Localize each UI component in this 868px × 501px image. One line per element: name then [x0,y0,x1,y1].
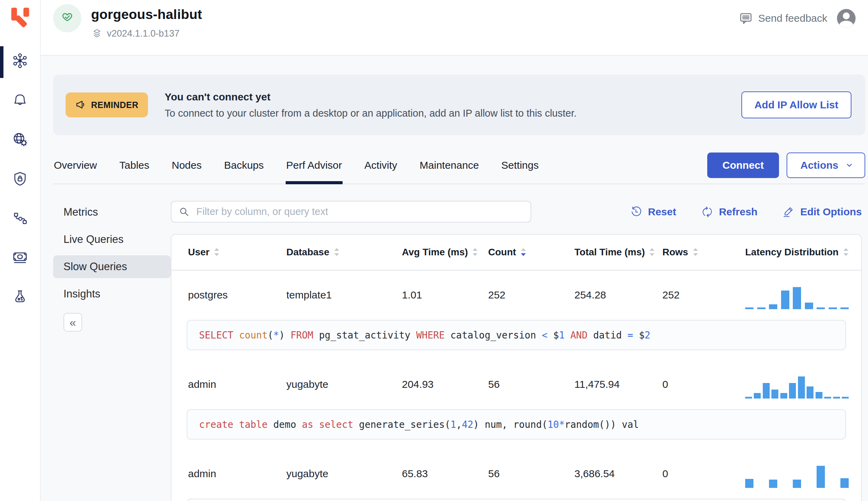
refresh-button[interactable]: Refresh [701,206,758,218]
sort-icon [842,247,850,257]
cell-avg-time: 204.93 [402,379,488,390]
sort-icon [333,247,341,257]
perf-advisor-subnav: Metrics Live Queries Slow Queries Insigh… [41,201,171,501]
nav-security-icon[interactable] [12,170,28,187]
chevron-down-icon [845,160,854,170]
nav-clusters-icon[interactable] [12,52,28,69]
send-feedback-label: Send feedback [758,12,827,24]
reminder-badge-label: REMINDER [91,100,138,110]
sort-icon [692,247,699,257]
table-row[interactable]: admin yugabyte 204.93 56 11,475.94 0 [171,360,861,409]
query-row: SELECT count(*) FROM pg_stat_activity WH… [171,319,861,360]
reset-history-icon [630,206,642,218]
latency-histogram [745,286,849,309]
connect-button[interactable]: Connect [707,153,779,178]
nav-integrations-icon[interactable] [12,210,28,226]
cell-total-time: 3,686.54 [574,468,662,480]
query-row: drop table if exists demo [171,498,861,501]
tab-backups[interactable]: Backups [223,155,264,184]
column-header-latency-distribution[interactable]: Latency Distribution [745,247,851,258]
subnav-item-slow-queries[interactable]: Slow Queries [53,255,171,278]
cell-rows: 252 [662,289,745,301]
refresh-label: Refresh [719,206,758,218]
edit-options-button[interactable]: Edit Options [782,206,862,218]
cell-total-time: 254.28 [574,289,662,301]
subnav-item-live-queries[interactable]: Live Queries [53,228,171,251]
column-header-rows[interactable]: Rows [662,247,745,258]
cell-database: template1 [286,289,402,301]
icon-rail [0,0,41,501]
version-layers-icon [91,28,103,39]
column-header-user[interactable]: User [188,247,286,258]
tab-overview[interactable]: Overview [53,155,98,184]
feedback-icon [739,11,753,25]
table-header-row: User Database Avg Time (ms) [171,235,861,271]
cell-count: 252 [488,289,574,301]
cluster-version: v2024.1.1.0-b137 [107,28,179,39]
sort-icon [648,247,656,257]
add-ip-allow-list-button[interactable]: Add IP Allow List [741,91,851,118]
cluster-health-icon [53,4,81,32]
rail-active-indicator [0,46,3,78]
cell-database: yugabyte [286,468,402,480]
app-root: gorgeous-halibut v2024.1.1.0-b137 [0,0,868,501]
yugabyte-logo-icon[interactable] [9,7,31,30]
reset-button[interactable]: Reset [630,206,676,218]
send-feedback-button[interactable]: Send feedback [739,11,827,25]
cell-user: admin [188,468,286,480]
megaphone-icon [75,99,86,110]
sort-icon [471,247,479,257]
sort-icon [213,247,220,257]
topbar: gorgeous-halibut v2024.1.1.0-b137 [41,0,868,56]
table-row[interactable]: admin yugabyte 65.83 56 3,686.54 0 [171,449,861,498]
subnav-item-insights[interactable]: Insights [53,283,171,305]
cell-avg-time: 65.83 [402,468,488,480]
cell-user: admin [188,379,286,390]
slow-queries-toolbar: Reset Refresh [171,201,862,223]
cell-user: postgres [188,289,286,301]
sql-query-text: create table demo as select generate_ser… [187,409,846,440]
column-header-avg-time[interactable]: Avg Time (ms) [402,247,488,258]
cell-count: 56 [488,379,574,390]
tab-maintenance[interactable]: Maintenance [419,155,480,184]
edit-pencil-icon [782,206,795,218]
reminder-banner: REMINDER You can't connect yet To connec… [53,75,865,135]
collapse-sidebar-button[interactable]: « [63,313,82,332]
cluster-tabs: Overview Tables Nodes Backups Perf Advis… [53,155,865,184]
subnav-item-metrics[interactable]: Metrics [53,201,171,224]
cell-database: yugabyte [286,379,402,390]
actions-label: Actions [800,159,838,171]
user-avatar[interactable] [837,9,856,28]
reminder-badge: REMINDER [66,92,148,117]
filter-input[interactable] [171,201,531,223]
actions-button[interactable]: Actions [787,153,865,178]
search-icon [178,206,190,218]
double-chevron-left-icon: « [70,316,76,329]
table-row[interactable]: postgres template1 1.01 252 254.28 252 [171,271,861,319]
tab-perf-advisor[interactable]: Perf Advisor [286,155,343,184]
sql-query-text: drop table if exists demo [187,499,846,501]
nav-network-access-icon[interactable] [12,131,28,148]
query-row: create table demo as select generate_ser… [171,409,861,449]
page-title: gorgeous-halibut [91,7,202,22]
cell-rows: 0 [662,468,745,480]
cell-total-time: 11,475.94 [574,379,662,390]
nav-billing-icon[interactable] [12,249,28,266]
nav-labs-icon[interactable] [12,288,28,305]
cell-count: 56 [488,468,574,480]
tab-nodes[interactable]: Nodes [171,155,203,184]
cell-rows: 0 [662,379,745,390]
column-header-total-time[interactable]: Total Time (ms) [574,247,662,258]
tab-settings[interactable]: Settings [501,155,539,184]
slow-queries-table: User Database Avg Time (ms) [171,234,862,501]
edit-options-label: Edit Options [800,206,862,218]
tab-tables[interactable]: Tables [119,155,150,184]
sql-query-text: SELECT count(*) FROM pg_stat_activity WH… [187,320,846,350]
latency-histogram [745,375,849,399]
nav-alerts-icon[interactable] [12,92,28,108]
column-header-count[interactable]: Count [488,247,574,258]
banner-message: To connect to your cluster from a deskto… [165,108,741,119]
column-header-database[interactable]: Database [286,247,402,258]
latency-histogram [745,464,849,488]
tab-activity[interactable]: Activity [364,155,398,184]
